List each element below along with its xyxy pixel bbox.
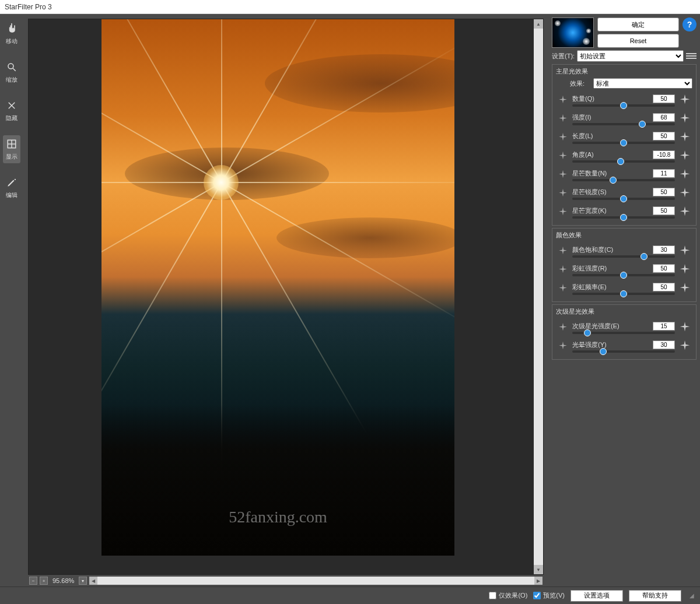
slider-thumb[interactable] <box>620 214 627 221</box>
slider-track[interactable] <box>572 274 675 276</box>
support-button[interactable]: 帮助支持 <box>629 590 681 602</box>
help-button[interactable]: ? <box>682 17 696 31</box>
group-title: 次级星光效果 <box>556 307 692 316</box>
star-icon <box>677 186 692 201</box>
star-icon <box>677 167 692 182</box>
canvas[interactable]: 52fanxing.com ▲ ▼ <box>28 19 544 575</box>
tool-show[interactable]: 显示 <box>3 135 20 163</box>
slider-value-input[interactable]: 30 <box>653 340 675 349</box>
pencil-icon <box>5 176 18 189</box>
tool-zoom[interactable]: 缩放 <box>3 58 20 86</box>
slider-thumb[interactable] <box>620 290 627 297</box>
zoom-dropdown-icon[interactable]: ▾ <box>79 577 87 585</box>
scroll-up-icon[interactable]: ▲ <box>534 19 543 29</box>
slider-value-input[interactable]: 50 <box>653 283 675 292</box>
tool-edit[interactable]: 编辑 <box>3 174 20 202</box>
star-icon <box>556 205 570 219</box>
slider-label: 颜色饱和度(C) <box>572 245 613 254</box>
slider-track[interactable] <box>572 350 675 353</box>
ok-button[interactable]: 确定 <box>597 17 679 31</box>
magnifier-icon <box>5 61 18 73</box>
slider-thumb[interactable] <box>620 272 627 279</box>
slider-label: 光晕强度(Y) <box>572 340 607 349</box>
zoom-in-icon[interactable]: + <box>40 577 48 585</box>
tool-label: 隐藏 <box>6 114 18 122</box>
scroll-right-icon[interactable]: ▶ <box>534 577 542 585</box>
slider-value-input[interactable]: -10.8 <box>653 150 675 159</box>
slider-thumb[interactable] <box>600 348 607 355</box>
slider-track[interactable] <box>572 179 675 181</box>
zoom-out-icon[interactable]: − <box>29 577 37 585</box>
star-icon <box>556 282 570 296</box>
slider-value-input[interactable]: 50 <box>653 264 675 273</box>
slider-track[interactable] <box>572 123 675 125</box>
slider-sec-0: 次级星光强度(E)15 <box>556 318 692 337</box>
slider-thumb[interactable] <box>639 121 646 128</box>
scroll-left-icon[interactable]: ◀ <box>89 577 97 585</box>
scroll-down-icon[interactable]: ▼ <box>534 565 543 574</box>
slider-track[interactable] <box>572 104 675 107</box>
slider-track[interactable] <box>572 332 675 334</box>
slider-thumb[interactable] <box>617 158 624 165</box>
x-icon <box>5 99 18 112</box>
slider-thumb[interactable] <box>610 177 617 184</box>
reset-button[interactable]: Reset <box>597 34 679 48</box>
slider-thumb[interactable] <box>640 253 648 260</box>
slider-value-input[interactable]: 30 <box>653 245 675 254</box>
group-title: 颜色效果 <box>556 231 692 240</box>
only-effect-checkbox[interactable]: 仅效果(O) <box>489 591 527 600</box>
settings-preset-select[interactable]: 初始设置 <box>577 50 684 62</box>
slider-label: 星芒锐度(S) <box>572 188 607 196</box>
slider-label: 星芒数量(N) <box>572 169 607 178</box>
slider-value-input[interactable]: 50 <box>653 132 675 141</box>
resize-grip-icon[interactable]: ◢ <box>690 592 694 599</box>
tool-hide[interactable]: 隐藏 <box>3 97 20 125</box>
options-button[interactable]: 设置选项 <box>570 590 623 602</box>
slider-label: 次级星光强度(E) <box>572 322 620 331</box>
star-icon <box>677 262 692 278</box>
slider-color-0: 颜色饱和度(C)30 <box>556 242 692 261</box>
slider-thumb[interactable] <box>584 329 591 336</box>
star-icon <box>677 281 692 296</box>
horizontal-scrollbar[interactable]: ◀ ▶ <box>89 577 542 585</box>
app-title: StarFilter Pro 3 <box>5 3 52 11</box>
star-icon <box>556 112 570 126</box>
vertical-scrollbar[interactable]: ▲ ▼ <box>534 19 543 574</box>
slider-thumb[interactable] <box>620 102 627 109</box>
star-icon <box>556 339 570 353</box>
star-icon <box>556 263 570 277</box>
slider-track[interactable] <box>572 198 675 200</box>
slider-value-input[interactable]: 68 <box>653 113 675 122</box>
effect-label: 效果: <box>570 79 590 88</box>
slider-label: 数量(Q) <box>572 94 594 103</box>
slider-main-0: 数量(Q)50 <box>556 91 692 110</box>
preview-image: 52fanxing.com <box>102 19 454 556</box>
slider-value-input[interactable]: 50 <box>653 94 675 103</box>
slider-track[interactable] <box>572 293 675 295</box>
slider-thumb[interactable] <box>620 139 627 146</box>
star-icon <box>677 320 692 335</box>
help-icon: ? <box>687 20 692 29</box>
preset-menu-icon[interactable] <box>686 52 696 60</box>
slider-label: 角度(A) <box>572 150 594 159</box>
star-icon <box>556 187 570 201</box>
slider-thumb[interactable] <box>620 195 627 202</box>
slider-track[interactable] <box>572 142 675 144</box>
tool-move[interactable]: 移动 <box>3 20 20 48</box>
slider-value-input[interactable]: 11 <box>653 169 675 178</box>
star-icon <box>677 130 692 145</box>
slider-value-input[interactable]: 50 <box>653 188 675 196</box>
tool-label: 缩放 <box>6 76 18 84</box>
slider-value-input[interactable]: 50 <box>653 206 675 215</box>
preview-checkbox[interactable]: 预览(V) <box>533 591 565 600</box>
slider-track[interactable] <box>572 216 675 219</box>
group-main-star: 主星光效果 效果: 标准 数量(Q)50强度(I)68长度(L)50角度(A)-… <box>552 64 696 226</box>
settings-panel: 确定 Reset ? 设置(T): 初始设置 主星光效果 效果: 标准 数量(Q… <box>548 14 700 587</box>
slider-track[interactable] <box>572 255 675 258</box>
zoom-value: 95.68% <box>50 577 76 584</box>
slider-track[interactable] <box>572 160 675 163</box>
tool-label: 显示 <box>6 153 18 161</box>
slider-value-input[interactable]: 15 <box>653 322 675 331</box>
slider-main-4: 星芒数量(N)11 <box>556 166 692 184</box>
effect-select[interactable]: 标准 <box>593 78 692 89</box>
